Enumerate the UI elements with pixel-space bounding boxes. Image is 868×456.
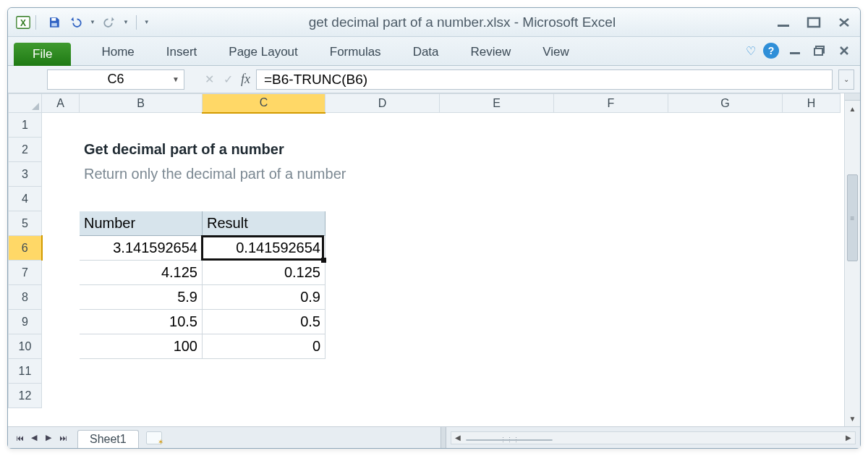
redo-dropdown-icon[interactable]: ▼ (123, 19, 129, 25)
cell[interactable] (440, 285, 554, 310)
cell[interactable] (668, 285, 783, 310)
maximize-button[interactable] (805, 16, 822, 29)
cell[interactable] (326, 211, 440, 236)
cell[interactable] (80, 187, 203, 211)
new-sheet-button[interactable] (146, 431, 162, 444)
sheet-tab-sheet1[interactable]: Sheet1 (77, 430, 139, 448)
col-header-c[interactable]: C (203, 94, 326, 113)
cell[interactable] (203, 113, 326, 138)
cell[interactable] (42, 138, 80, 162)
tab-data[interactable]: Data (397, 39, 455, 65)
cell[interactable] (668, 187, 783, 211)
col-header-b[interactable]: B (80, 94, 203, 113)
sheet-last-icon[interactable]: ⏭ (56, 431, 70, 445)
cell[interactable] (203, 359, 326, 384)
ribbon-minimize-icon[interactable]: ♡ (746, 44, 756, 58)
undo-button[interactable] (68, 14, 84, 30)
cell[interactable] (783, 334, 841, 359)
vertical-scrollbar[interactable]: ▲ ≡ ▼ (844, 93, 860, 426)
workbook-minimize-button[interactable] (786, 44, 804, 57)
cell[interactable] (440, 261, 554, 285)
file-tab[interactable]: File (14, 43, 71, 66)
cell[interactable] (668, 236, 783, 261)
undo-dropdown-icon[interactable]: ▼ (90, 19, 95, 25)
help-button[interactable]: ? (763, 43, 779, 59)
tab-formulas[interactable]: Formulas (314, 39, 397, 65)
cell-b8[interactable]: 5.9 (80, 285, 203, 310)
scroll-track[interactable]: ≡ (845, 117, 860, 410)
cell[interactable] (783, 187, 841, 211)
cell[interactable] (554, 236, 668, 261)
cell[interactable] (42, 162, 80, 187)
scroll-up-icon[interactable]: ▲ (845, 101, 860, 117)
cell[interactable] (326, 187, 440, 211)
workbook-close-button[interactable] (835, 44, 853, 57)
cell[interactable] (783, 236, 841, 261)
cell[interactable] (326, 261, 440, 285)
cell[interactable] (554, 162, 668, 187)
tab-home[interactable]: Home (85, 39, 150, 65)
cell[interactable] (80, 384, 203, 408)
scroll-down-icon[interactable]: ▼ (845, 410, 860, 426)
cell[interactable] (80, 113, 203, 138)
cell[interactable] (440, 359, 554, 384)
col-header-e[interactable]: E (440, 94, 554, 113)
cell[interactable] (783, 285, 841, 310)
name-box[interactable]: C6 ▼ (47, 69, 184, 90)
close-button[interactable] (835, 16, 853, 29)
row-header[interactable]: 8 (9, 285, 42, 310)
cell-c9[interactable]: 0.5 (203, 310, 326, 334)
tab-view[interactable]: View (527, 39, 585, 65)
tab-insert[interactable]: Insert (150, 39, 213, 65)
cell[interactable] (326, 334, 440, 359)
cell[interactable] (554, 310, 668, 334)
cell[interactable] (42, 334, 80, 359)
cell[interactable] (440, 113, 554, 138)
cell[interactable] (440, 187, 554, 211)
formula-bar-input[interactable]: =B6-TRUNC(B6) (256, 69, 833, 90)
table-header-number[interactable]: Number (80, 211, 203, 236)
enter-formula-icon[interactable]: ✓ (222, 72, 234, 86)
cell[interactable] (440, 310, 554, 334)
scroll-left-icon[interactable]: ◀ (451, 434, 464, 442)
row-header[interactable]: 11 (9, 359, 42, 384)
fill-handle[interactable] (321, 258, 326, 263)
minimize-button[interactable] (775, 16, 792, 29)
cell[interactable] (554, 359, 668, 384)
cell[interactable] (554, 384, 668, 408)
cell-c7[interactable]: 0.125 (203, 261, 326, 285)
row-header[interactable]: 9 (9, 310, 42, 334)
cell[interactable] (783, 359, 841, 384)
cell[interactable] (42, 384, 80, 408)
workbook-restore-button[interactable] (811, 44, 828, 57)
cell[interactable] (42, 113, 80, 138)
cell[interactable] (326, 285, 440, 310)
cell[interactable] (668, 138, 783, 162)
sheet-first-icon[interactable]: ⏮ (12, 431, 27, 445)
cell[interactable] (554, 211, 668, 236)
cell[interactable] (440, 384, 554, 408)
cell[interactable] (42, 236, 80, 261)
cell-b7[interactable]: 4.125 (80, 261, 203, 285)
cell-c8[interactable]: 0.9 (203, 285, 326, 310)
cell[interactable] (668, 113, 783, 138)
cell[interactable] (554, 334, 668, 359)
cell-c10[interactable]: 0 (203, 334, 326, 359)
cell[interactable] (42, 261, 80, 285)
col-header-f[interactable]: F (554, 94, 668, 113)
hscroll-thumb[interactable]: ⋮⋮⋮ (466, 439, 553, 441)
tab-split-handle[interactable] (441, 427, 446, 448)
row-header[interactable]: 4 (9, 187, 42, 211)
sheet-next-icon[interactable]: ▶ (41, 431, 56, 445)
cell[interactable] (42, 359, 80, 384)
cell[interactable] (554, 113, 668, 138)
cell[interactable] (783, 113, 841, 138)
row-header[interactable]: 2 (9, 138, 42, 162)
col-header-g[interactable]: G (668, 94, 783, 113)
expand-formula-bar-button[interactable]: ⌄ (838, 69, 854, 90)
cell[interactable] (783, 211, 841, 236)
tab-page-layout[interactable]: Page Layout (213, 39, 313, 65)
cell[interactable] (326, 359, 440, 384)
col-header-d[interactable]: D (326, 94, 440, 113)
split-box-icon[interactable] (845, 93, 861, 101)
